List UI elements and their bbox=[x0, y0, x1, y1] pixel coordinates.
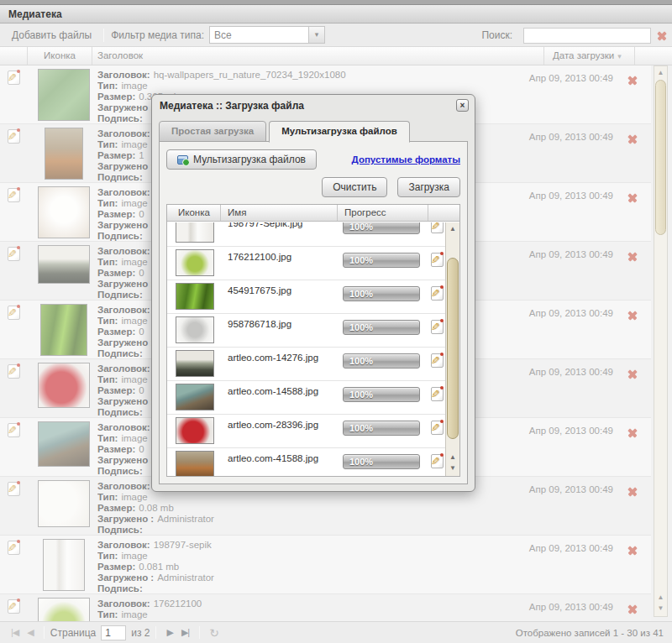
grid-header-icon[interactable]: Иконка bbox=[28, 47, 92, 65]
caption-label: Подпись: bbox=[97, 113, 143, 123]
scroll-down-icon[interactable]: ▼ bbox=[654, 604, 667, 614]
delete-icon[interactable] bbox=[627, 310, 638, 320]
edit-icon[interactable] bbox=[431, 387, 444, 401]
scroll-up-icon[interactable]: ▲ bbox=[654, 68, 667, 78]
upload-file-row[interactable]: artleo.com-14276.jpg 100% bbox=[167, 348, 445, 381]
delete-icon[interactable] bbox=[627, 369, 638, 379]
edit-icon[interactable] bbox=[431, 320, 444, 334]
pencil-tip-icon bbox=[440, 386, 444, 389]
tab-multi-upload[interactable]: Мультизагрузка файлов bbox=[269, 121, 410, 143]
refresh-icon[interactable]: ↻ bbox=[209, 626, 219, 640]
edit-icon[interactable] bbox=[8, 71, 20, 85]
media-thumbnail bbox=[38, 480, 90, 527]
edit-icon[interactable] bbox=[431, 421, 444, 435]
delete-icon[interactable] bbox=[627, 75, 638, 85]
delete-icon[interactable] bbox=[627, 251, 638, 261]
media-row[interactable]: Заголовок:198797-sepik Тип:image Размер:… bbox=[0, 536, 651, 594]
last-page-button[interactable]: ▶| bbox=[181, 627, 189, 638]
uploaded-label: Загружено : bbox=[97, 455, 154, 465]
delete-icon[interactable] bbox=[627, 604, 638, 614]
progress-bar: 100% bbox=[343, 320, 420, 335]
size-value: 0 bbox=[139, 385, 144, 395]
clear-button[interactable]: Очистить bbox=[322, 177, 387, 197]
scroll-down-icon[interactable]: ▼ bbox=[446, 463, 459, 473]
scroll-up-icon[interactable]: ▲ bbox=[446, 224, 459, 234]
toolbar: Добавить файлы Фильтр медиа типа: Все ▾ … bbox=[0, 24, 672, 47]
pencil-tip-icon bbox=[440, 453, 444, 457]
uploaded-label: Загружено : bbox=[97, 514, 154, 524]
first-page-button[interactable]: |◀ bbox=[11, 627, 18, 638]
tab-simple-upload[interactable]: Простая загрузка bbox=[159, 121, 266, 142]
sort-desc-icon: ▾ bbox=[617, 52, 622, 60]
edit-icon[interactable] bbox=[8, 482, 20, 496]
pencil-tip-icon bbox=[17, 246, 20, 249]
upload-file-row[interactable]: 176212100.jpg 100% bbox=[167, 247, 445, 280]
edit-icon[interactable] bbox=[431, 253, 444, 267]
edit-icon[interactable] bbox=[8, 129, 20, 144]
next-page-button[interactable]: ▶ bbox=[166, 627, 172, 638]
edit-icon[interactable] bbox=[431, 454, 444, 468]
pencil-tip-icon bbox=[440, 252, 444, 255]
grid-header-date[interactable]: Дата загрузки▾ bbox=[543, 47, 634, 65]
size-label: Размер: bbox=[97, 268, 135, 278]
upload-file-row[interactable]: 198797-Sepik.jpg 100% bbox=[167, 222, 445, 247]
edit-icon[interactable] bbox=[8, 306, 20, 320]
edit-icon[interactable] bbox=[431, 286, 444, 301]
media-thumbnail bbox=[40, 304, 87, 356]
clear-search-icon[interactable] bbox=[657, 30, 667, 40]
pencil-tip-icon bbox=[440, 353, 444, 356]
pencil-tip-icon bbox=[17, 128, 20, 132]
allowed-formats-link[interactable]: Допустимые форматы bbox=[352, 154, 460, 165]
search-input[interactable] bbox=[523, 28, 651, 44]
scroll-up-icon[interactable]: ▲ bbox=[446, 452, 459, 463]
media-type-select[interactable]: Все ▾ bbox=[209, 26, 325, 44]
media-row[interactable]: Заголовок:176212100 Тип:image Размер:0.4… bbox=[0, 594, 651, 621]
multi-upload-button[interactable]: Мультизагрузка файлов bbox=[166, 149, 317, 170]
size-value: 0.08 mb bbox=[139, 503, 174, 513]
title-label: Заголовок: bbox=[97, 305, 150, 315]
toolbar-separator bbox=[103, 29, 104, 42]
upload-file-row[interactable]: artleo.com-14588.jpg 100% bbox=[167, 381, 445, 415]
progress-bar: 100% bbox=[343, 222, 420, 234]
prev-page-button[interactable]: ◀ bbox=[27, 627, 33, 638]
grid-header-title[interactable]: Заголовок bbox=[92, 47, 543, 65]
delete-icon[interactable] bbox=[627, 545, 638, 555]
upload-file-row[interactable]: 958786718.jpg 100% bbox=[167, 314, 445, 348]
upload-file-row[interactable]: 454917675.jpg 100% bbox=[167, 280, 445, 314]
close-icon[interactable]: × bbox=[456, 99, 469, 112]
edit-icon[interactable] bbox=[431, 222, 444, 233]
uploaded-label: Загружено : bbox=[97, 220, 154, 230]
edit-icon[interactable] bbox=[8, 423, 20, 437]
delete-icon[interactable] bbox=[627, 486, 638, 496]
type-value: image bbox=[121, 551, 147, 561]
type-value: image bbox=[121, 198, 147, 208]
edit-icon[interactable] bbox=[8, 599, 20, 614]
add-files-button[interactable]: Добавить файлы bbox=[7, 29, 97, 41]
scroll-up-icon[interactable]: ▲ bbox=[654, 593, 667, 603]
edit-icon[interactable] bbox=[8, 247, 20, 261]
size-label: Размер: bbox=[97, 385, 135, 395]
upload-button[interactable]: Загрузка bbox=[397, 177, 460, 197]
page-number-input[interactable] bbox=[101, 625, 126, 640]
main-scrollbar[interactable]: ▲ ▲ ▼ bbox=[654, 65, 668, 617]
main-scrollbar-thumb[interactable] bbox=[655, 80, 666, 235]
chevron-down-icon[interactable]: ▾ bbox=[308, 27, 324, 43]
delete-icon[interactable] bbox=[627, 133, 638, 144]
file-list-scrollbar[interactable]: ▲ ▲ ▼ bbox=[445, 222, 459, 476]
edit-icon[interactable] bbox=[8, 541, 20, 555]
delete-icon[interactable] bbox=[627, 427, 638, 437]
caption-label: Подпись: bbox=[97, 466, 143, 476]
upload-file-row[interactable]: artleo.com-41588.jpg 100% bbox=[167, 448, 445, 476]
pagebar-separator bbox=[44, 626, 45, 639]
edit-icon[interactable] bbox=[431, 353, 444, 368]
type-label: Тип: bbox=[97, 609, 118, 619]
file-thumbnail bbox=[176, 350, 214, 377]
delete-icon[interactable] bbox=[627, 192, 638, 202]
pencil-tip-icon bbox=[17, 481, 20, 484]
edit-icon[interactable] bbox=[8, 188, 20, 202]
size-label: Размер: bbox=[97, 503, 135, 513]
file-list-scrollbar-thumb[interactable] bbox=[447, 258, 459, 439]
upload-file-row[interactable]: artleo.com-28396.jpg 100% bbox=[167, 415, 445, 448]
edit-icon[interactable] bbox=[8, 364, 20, 379]
uploaded-value: Administrator bbox=[157, 572, 214, 583]
